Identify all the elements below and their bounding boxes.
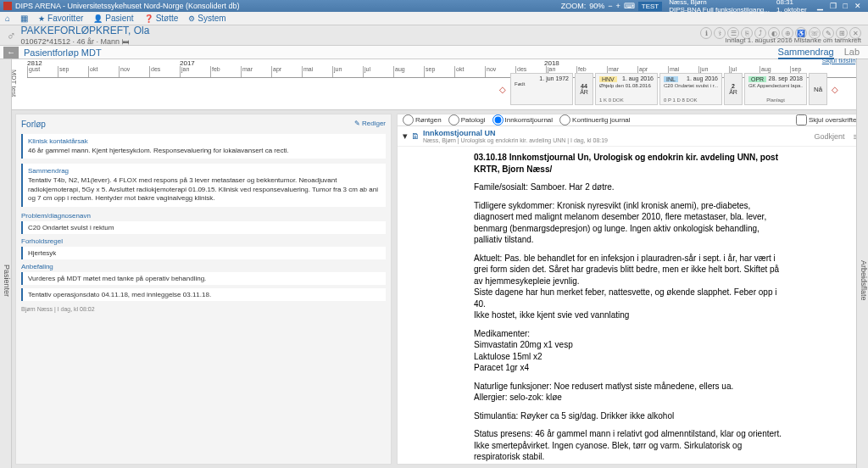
back-button[interactable]: ← — [3, 47, 19, 58]
filter-patologi[interactable]: Patologi — [448, 114, 486, 125]
patient-info: 010672*41512 · 46 år · Mann 🛏 — [21, 37, 150, 46]
page-title: Pasientforløp MDT — [24, 47, 102, 58]
filter-innkomst[interactable]: Innkomstjournal — [492, 114, 553, 125]
test-badge: TEST — [638, 2, 662, 11]
tl-hnv-card[interactable]: HNV1. aug 2016 Øhjelp den 01.08.2016 1 K… — [595, 73, 658, 105]
clock-time: 08:31 — [776, 0, 807, 6]
tl-age2: 2ÅR — [724, 73, 743, 105]
close-icon[interactable]: ✕ — [851, 2, 865, 10]
star-icon: ★ — [38, 14, 45, 23]
tl-birth-card[interactable]: 1. jun 1972 Født — [510, 73, 573, 105]
zoom-value: 90% — [589, 2, 604, 10]
user-name: Næss, Bjørn — [669, 0, 770, 6]
forlop-edit[interactable]: ✎ Rediger — [354, 120, 386, 129]
forlop-panel: Forløp ✎ Rediger Klinisk kontaktårsak 46… — [15, 114, 392, 465]
icon-1[interactable]: ℹ — [700, 27, 712, 39]
menu-system-label: System — [198, 14, 225, 23]
gear-icon: ⚙ — [188, 14, 195, 23]
menu-stotte-label: Støtte — [156, 14, 179, 23]
lp-r4[interactable]: Tentativ operasjonsdato 04.11.18, med in… — [21, 288, 386, 301]
timeline-next-icon[interactable]: ◇ — [829, 73, 841, 105]
support-icon: ❓ — [144, 14, 153, 23]
window-title: DIPS ARENA - Universitetssykehuset Nord-… — [15, 2, 561, 10]
tl-age1: 44ÅR — [575, 73, 593, 105]
patient-admit: Innlagt 1. august 2016 Mistanke om tarmk… — [725, 36, 861, 44]
tl-opr-card[interactable]: OPR28. sep 2018 GK Appendectomi lapa... … — [744, 73, 807, 105]
lp-r2[interactable]: Hjertesyk — [21, 247, 386, 259]
filter-rontgen[interactable]: Røntgen — [403, 114, 442, 125]
menu-fav[interactable]: ★Favoritter — [38, 14, 83, 23]
clock-block: 08:31 1. oktober — [776, 0, 807, 14]
person-icon: 👤 — [93, 14, 103, 23]
restore-icon[interactable]: ❐ — [826, 2, 840, 10]
app-logo — [3, 2, 12, 10]
max-icon[interactable]: □ — [840, 2, 851, 10]
user-block[interactable]: Næss, Bjørn DIPS-BNA Full funksjonstilga… — [669, 0, 770, 14]
zoom-in-icon[interactable]: + — [616, 2, 620, 10]
doc-body: 03.10.18 Innkomstjournal Un, Urologisk o… — [398, 147, 864, 464]
doc-subtitle: Næss, Bjørn | Urologisk og endokrin kir.… — [423, 137, 608, 143]
pasienter-rail[interactable]: Pasienter — [0, 59, 12, 468]
tl-now[interactable]: Nå — [809, 73, 827, 105]
tl-inl-card[interactable]: INL1. aug 2016 C20 Ondartet svulst i r..… — [659, 73, 722, 105]
menu-stotte[interactable]: ❓Støtte — [144, 14, 179, 23]
document-panel: Røntgen Patologi Innkomstjournal Kontinu… — [397, 114, 865, 465]
doc-approved: Godkjent — [815, 132, 845, 141]
timeline-prev-icon[interactable]: ◇ — [497, 73, 509, 105]
patient-icon: ♂ — [7, 29, 16, 42]
forlop-sec-1: Klinisk kontaktårsak 46 år gammel mann. … — [21, 134, 386, 159]
menu-pasient[interactable]: 👤Pasient — [93, 14, 133, 23]
icon-2[interactable]: ⚕ — [714, 27, 726, 39]
lp-h1: Problem/diagnosenavn — [21, 212, 386, 220]
zoom-label: ZOOM: — [561, 2, 587, 10]
lp-h2: Forholdsregel — [21, 237, 386, 245]
menu-pasient-label: Pasient — [105, 14, 133, 23]
filter-skjul[interactable]: Skjul overskrifter — [796, 114, 859, 125]
menu-fav-label: Favoritter — [47, 14, 83, 23]
forlop-sec-2: Sammendrag Tentativ T4b, N2, M1(lever). … — [21, 164, 386, 206]
patient-name: PAKKEFORLØPKREFT, Ola — [21, 25, 150, 36]
menu-apps-icon[interactable]: ▦ — [20, 14, 28, 23]
min-icon[interactable]: ▁ — [814, 2, 826, 10]
filter-kontinuerlig[interactable]: Kontinuerlig journal — [559, 114, 631, 125]
lp-r3[interactable]: Vurderes på MDT møtet med tanke på opera… — [21, 272, 386, 285]
forlop-title: Forløp — [21, 120, 46, 129]
keyboard-icon[interactable]: ⌨ — [624, 2, 635, 10]
lp-r1[interactable]: C20 Ondartet svulst i rektum — [21, 221, 386, 234]
arbeidsflate-rail[interactable]: Arbeidsflate — [856, 59, 868, 468]
user-role: DIPS-BNA Full funksjonstilgang... — [669, 6, 770, 14]
doc-icon: 🗎 — [411, 131, 420, 141]
lp-h3: Anbefaling — [21, 263, 386, 270]
mdt-label: MDT test — [10, 70, 18, 97]
collapse-icon[interactable]: ▾ — [403, 131, 408, 142]
menu-system[interactable]: ⚙System — [188, 14, 225, 23]
lp-foot: Bjørn Næss | I dag, kl 08:02 — [21, 306, 386, 312]
menu-home-icon[interactable]: ⌂ — [5, 14, 10, 23]
doc-title[interactable]: Innkomstjournal UN — [423, 129, 608, 137]
zoom-out-icon[interactable]: − — [608, 2, 612, 10]
clock-date: 1. oktober — [776, 6, 807, 14]
